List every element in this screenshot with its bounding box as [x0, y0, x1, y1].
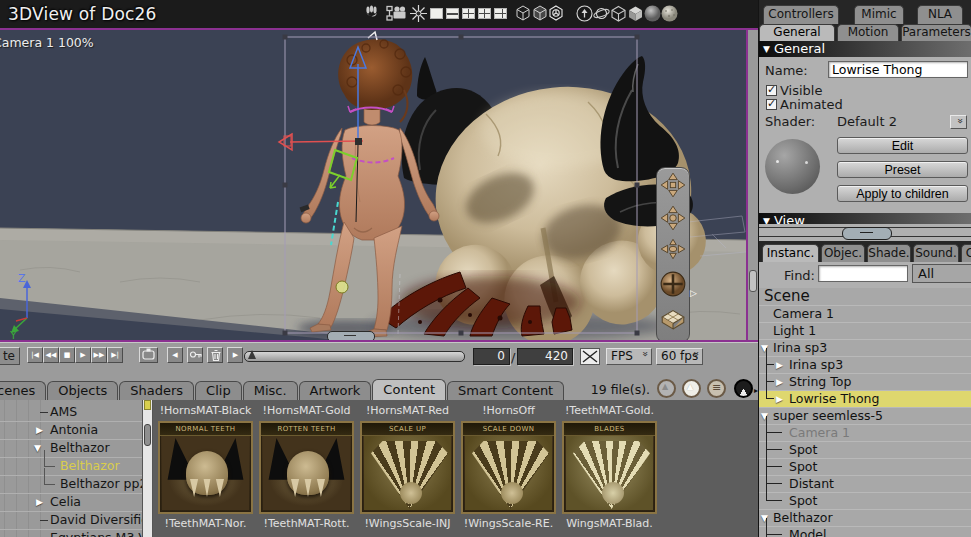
content-tree-item[interactable]: David Diversified: [0, 512, 142, 530]
vertical-splitter[interactable]: [748, 30, 758, 340]
dock-tab[interactable]: Artwork: [299, 381, 372, 400]
partial-button[interactable]: te: [0, 347, 20, 365]
camera-icon[interactable]: [392, 5, 409, 22]
vertical-splitter-handle[interactable]: [749, 270, 757, 292]
pan-icon[interactable]: [659, 202, 687, 234]
dock-tab[interactable]: Clip: [195, 381, 242, 400]
scene-tree-item[interactable]: Spot: [759, 493, 971, 510]
scene-tree-item[interactable]: String Top: [759, 374, 971, 391]
scene-tree-item[interactable]: Distant: [759, 476, 971, 493]
thumbnail-label[interactable]: !TeethMAT-Rott.: [256, 515, 357, 533]
dolly-icon[interactable]: [659, 169, 687, 201]
cube-solid-icon[interactable]: [627, 5, 644, 22]
content-tree-item[interactable]: Egyptians M3 V: [0, 530, 142, 537]
content-thumbnail[interactable]: ROTTEN TEETH: [259, 421, 354, 514]
total-frames-field[interactable]: 420: [517, 348, 573, 365]
clear-range-icon[interactable]: [580, 348, 600, 365]
panel-sub-tab[interactable]: General: [759, 24, 835, 41]
scrollbar-thumb[interactable]: [144, 424, 151, 446]
scene-tree-item[interactable]: Irina sp3: [759, 340, 971, 357]
shader-preview-sphere[interactable]: [765, 139, 820, 194]
content-tree-item[interactable]: Antonia: [0, 422, 142, 440]
edit-button[interactable]: Edit: [837, 137, 968, 154]
scene-tree-item[interactable]: Spot: [759, 459, 971, 476]
view-section-header[interactable]: View: [759, 213, 971, 224]
content-thumbnail[interactable]: SCALE DOWN: [461, 421, 556, 514]
dock-tab[interactable]: cenes: [0, 381, 46, 400]
scene-tree-item[interactable]: super seemless-5: [759, 408, 971, 425]
circle-orbit-icon[interactable]: [593, 5, 610, 22]
browser-tab[interactable]: Sound.: [913, 244, 959, 262]
sphere-flat-icon[interactable]: [644, 5, 661, 22]
current-frame-field[interactable]: 0: [473, 348, 510, 365]
nav-up-gray-icon[interactable]: [657, 379, 676, 398]
transport-button[interactable]: ◀◀: [43, 347, 59, 363]
preset-button[interactable]: Preset: [837, 161, 968, 178]
content-tree-item[interactable]: AMS: [0, 404, 142, 422]
find-filter-dropdown[interactable]: All: [912, 264, 971, 283]
viewport-titlebar[interactable]: 3DView of Doc26: [0, 0, 758, 28]
transport-button[interactable]: |◀: [27, 347, 43, 363]
prev-key-button[interactable]: ◀: [167, 347, 183, 363]
thumbnail-label[interactable]: !WingsScale-INJ: [357, 515, 458, 533]
browser-tab[interactable]: Objec.: [821, 244, 865, 262]
viewport-splitter-handle[interactable]: [327, 331, 375, 340]
next-key-button[interactable]: ▶: [227, 347, 243, 363]
panel-tab[interactable]: NLA: [917, 5, 963, 24]
layout-row-split-icon[interactable]: [462, 8, 475, 19]
delete-key-icon[interactable]: [207, 347, 223, 363]
panel-sub-tab[interactable]: Motion: [837, 24, 899, 41]
scene-tree-item[interactable]: Light 1: [759, 323, 971, 340]
name-field[interactable]: [828, 61, 968, 78]
layout-quad-icon[interactable]: [478, 8, 491, 19]
wire-cube-alt-icon[interactable]: [532, 5, 549, 22]
transport-button[interactable]: ■: [59, 347, 75, 363]
thumbnail-label[interactable]: !TeethMAT-Nor.: [155, 515, 256, 533]
dock-tab[interactable]: Shaders: [119, 381, 194, 400]
content-tree-item[interactable]: Belthazor: [0, 458, 142, 476]
scene-tree-item[interactable]: Irina sp3: [759, 357, 971, 374]
scene-root-item[interactable]: Scene: [759, 288, 971, 306]
list-view-icon[interactable]: [707, 379, 726, 398]
bank-icon[interactable]: [659, 235, 687, 267]
animated-checkbox-checked-icon[interactable]: [766, 99, 777, 110]
content-tree-item[interactable]: Belthazor pp2: [0, 476, 142, 494]
scene-tree-item[interactable]: Camera 1: [759, 306, 971, 323]
dock-tab[interactable]: Content: [372, 379, 446, 400]
cube-outline-icon[interactable]: [610, 5, 627, 22]
browser-tab[interactable]: Shade.: [867, 244, 911, 262]
panel-tab[interactable]: Controllers: [763, 5, 839, 24]
transport-button[interactable]: ▶▶: [91, 347, 107, 363]
panel-splitter-handle[interactable]: [842, 227, 892, 240]
general-section-header[interactable]: General: [759, 41, 971, 57]
transport-button[interactable]: ▶: [75, 347, 91, 363]
circle-arrow-up-icon[interactable]: [576, 5, 593, 22]
scene-tree-item[interactable]: Camera 1: [759, 425, 971, 442]
shader-dropdown-button[interactable]: [950, 115, 967, 129]
thumbnail-label[interactable]: !TeethMAT-Gold.: [559, 402, 660, 420]
3d-viewport[interactable]: Z Y Camera 1 100% ▷: [0, 30, 748, 340]
nav-up-white-icon[interactable]: [682, 379, 701, 398]
content-thumbnail[interactable]: NORMAL TEETH: [158, 421, 253, 514]
pie-menu-icon[interactable]: [734, 379, 753, 398]
apply-to-children-button[interactable]: Apply to children: [837, 185, 968, 202]
scene-tree-item[interactable]: Model: [759, 527, 971, 537]
thumbnail-label[interactable]: WingsMAT-Blad.: [559, 515, 660, 533]
scene-tree-item[interactable]: Belthazor: [759, 510, 971, 527]
panel-splitter[interactable]: [759, 224, 971, 241]
thumbnail-label[interactable]: !WingsScale-RE.: [458, 515, 559, 533]
hand-tool-icon[interactable]: [363, 5, 380, 22]
browser-tab[interactable]: C: [961, 244, 971, 262]
find-input[interactable]: [818, 265, 908, 282]
browser-tab[interactable]: Instanc.: [762, 244, 819, 262]
panel-sub-tab[interactable]: Parameters: [901, 24, 971, 41]
content-thumbnail[interactable]: SCALE UP: [360, 421, 455, 514]
thumbnail-label[interactable]: !HornsMAT-Black: [155, 402, 256, 420]
content-tree-item[interactable]: Belthazor: [0, 440, 142, 458]
scene-tree-item[interactable]: Spot: [759, 442, 971, 459]
wire-cube-icon[interactable]: [515, 5, 532, 22]
frame-rate-dropdown[interactable]: 60 fps: [656, 348, 703, 365]
wire-sphere-icon[interactable]: [548, 5, 565, 22]
sphere-textured-icon[interactable]: [661, 5, 678, 22]
content-tree-item[interactable]: Celia: [0, 494, 142, 512]
